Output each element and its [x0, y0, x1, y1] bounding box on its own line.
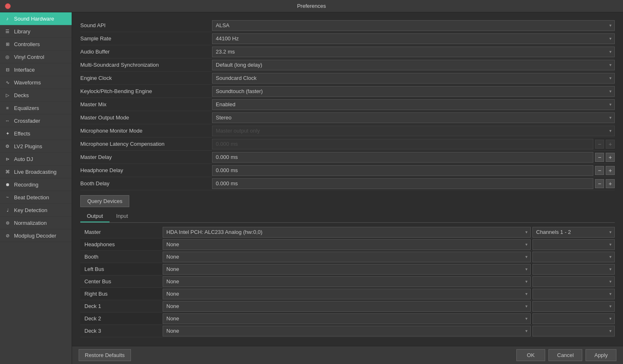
cancel-button[interactable]: Cancel	[548, 349, 582, 361]
setting-control-master-mix: EnabledDisabled	[212, 99, 615, 110]
channel-select-deck3[interactable]	[532, 326, 615, 336]
device-select-right-bus[interactable]: NoneNone	[163, 289, 531, 299]
setting-label-engine-clock: Engine Clock	[80, 72, 212, 84]
tab-input[interactable]: Input	[110, 210, 135, 222]
device-select-deck2[interactable]: NoneNone	[163, 313, 531, 324]
device-label-deck2: Deck 2	[80, 314, 163, 323]
delay-minus-headphone-delay[interactable]: −	[595, 166, 604, 175]
dropdown-sound-api[interactable]: ALSAJACKPulseAudio	[212, 20, 615, 31]
apply-button[interactable]: Apply	[586, 349, 616, 361]
delay-input-booth-delay[interactable]	[212, 178, 593, 189]
dropdown-wrapper-sound-api: ALSAJACKPulseAudio	[212, 20, 615, 31]
sidebar-item-equalizers[interactable]: ≡ Equalizers	[0, 102, 72, 114]
restore-defaults-button[interactable]: Restore Defaults	[79, 349, 131, 361]
dropdown-multi-soundcard-sync[interactable]: Default (long delay)Synclock	[212, 60, 615, 70]
device-select-wrapper-booth: NoneNone	[163, 252, 531, 262]
delay-minus-master-delay[interactable]: −	[595, 153, 604, 162]
window-title: Preferences	[297, 3, 326, 9]
channel-select-booth[interactable]	[532, 252, 615, 262]
device-select-wrapper-deck3: NoneNone	[163, 326, 531, 336]
sidebar-label-equalizers: Equalizers	[14, 105, 39, 111]
channel-select-headphones[interactable]	[532, 239, 615, 250]
device-label-deck3: Deck 3	[80, 326, 163, 336]
dropdown-master-output-mode[interactable]: StereoMono	[212, 112, 615, 123]
sidebar-item-key-detection[interactable]: ♩ Key Detection	[0, 204, 72, 217]
setting-control-microphone-latency: − +	[212, 139, 615, 149]
device-row-right-bus: Right Bus NoneNone	[80, 288, 615, 300]
settings-scroll-area[interactable]: Sound API ALSAJACKPulseAudio Sample Rate…	[72, 12, 623, 346]
setting-row-booth-delay: Booth Delay − +	[80, 177, 615, 190]
dropdown-keylock-engine[interactable]: Soundtouch (faster)Rubberband (better qu…	[212, 86, 615, 97]
setting-label-master-delay: Master Delay	[80, 152, 212, 163]
setting-control-booth-delay: − +	[212, 178, 615, 189]
sidebar-item-effects[interactable]: ✦ Effects	[0, 127, 72, 140]
sidebar-item-beat-detection[interactable]: ~ Beat Detection	[0, 191, 72, 204]
dropdown-sample-rate[interactable]: 44100 Hz48000 Hz96000 Hz	[212, 33, 615, 44]
query-devices-button[interactable]: Query Devices	[80, 195, 129, 207]
device-table: Master HDA Intel PCH: ALC233 Analog (hw:…	[80, 226, 615, 337]
setting-control-audio-buffer: 5.8 ms11.6 ms23.2 ms46.4 ms	[212, 47, 615, 57]
channel-select-left-bus[interactable]	[532, 264, 615, 275]
lv2-plugins-icon: ⚙	[4, 143, 11, 149]
delay-plus-booth-delay[interactable]: +	[606, 179, 615, 188]
delay-input-master-delay[interactable]	[212, 152, 593, 163]
device-label-right-bus: Right Bus	[80, 289, 163, 299]
dropdown-wrapper-master-output-mode: StereoMono	[212, 112, 615, 123]
dropdown-audio-buffer[interactable]: 5.8 ms11.6 ms23.2 ms46.4 ms	[212, 47, 615, 57]
channel-select-right-bus[interactable]	[532, 289, 615, 299]
device-select-deck3[interactable]: NoneNone	[163, 326, 531, 336]
sidebar-label-decks: Decks	[14, 92, 29, 98]
device-select-deck1[interactable]: NoneNone	[163, 301, 531, 312]
sidebar-item-modplug-decoder[interactable]: ⊘ Modplug Decoder	[0, 229, 72, 242]
channel-select-deck2[interactable]	[532, 313, 615, 324]
sidebar-item-decks[interactable]: ▷ Decks	[0, 89, 72, 102]
setting-label-sound-api: Sound API	[80, 20, 212, 31]
sidebar-label-vinyl-control: Vinyl Control	[14, 54, 44, 60]
close-button[interactable]	[5, 3, 11, 9]
sidebar-item-crossfader[interactable]: ↔ Crossfader	[0, 114, 72, 127]
device-row-center-bus: Center Bus NoneNone	[80, 275, 615, 288]
setting-row-sample-rate: Sample Rate 44100 Hz48000 Hz96000 Hz	[80, 32, 615, 45]
recording-icon: ⏺	[4, 181, 11, 188]
auto-dj-icon: ⊳	[4, 156, 11, 162]
sidebar-item-controllers[interactable]: ⊞ Controllers	[0, 38, 72, 51]
sidebar-item-live-broadcasting[interactable]: ⌘ Live Broadcasting	[0, 166, 72, 178]
channel-select-master[interactable]: Channels 1 - 2	[532, 227, 615, 238]
device-select-master[interactable]: HDA Intel PCH: ALC233 Analog (hw:0,0)Non…	[163, 227, 531, 238]
sidebar-item-interface[interactable]: ⊟ Interface	[0, 63, 72, 76]
delay-input-headphone-delay[interactable]	[212, 165, 593, 176]
setting-label-audio-buffer: Audio Buffer	[80, 46, 212, 57]
device-select-center-bus[interactable]: NoneNone	[163, 276, 531, 287]
device-select-booth[interactable]: NoneNone	[163, 252, 531, 262]
ok-button[interactable]: OK	[516, 349, 545, 361]
sidebar-item-library[interactable]: ☰ Library	[0, 25, 72, 38]
sidebar-item-recording[interactable]: ⏺ Recording	[0, 178, 72, 191]
delay-plus-master-delay[interactable]: +	[606, 153, 615, 162]
sidebar-item-auto-dj[interactable]: ⊳ Auto DJ	[0, 153, 72, 166]
setting-row-headphone-delay: Headphone Delay − +	[80, 164, 615, 177]
dropdown-master-mix[interactable]: EnabledDisabled	[212, 99, 615, 110]
sidebar-item-normalization[interactable]: ⊜ Normalization	[0, 217, 72, 229]
delay-plus-headphone-delay[interactable]: +	[606, 166, 615, 175]
dropdown-wrapper-microphone-monitor-mode: Master output only	[212, 126, 615, 136]
device-row-booth: Booth NoneNone	[80, 251, 615, 263]
setting-row-audio-buffer: Audio Buffer 5.8 ms11.6 ms23.2 ms46.4 ms	[80, 45, 615, 58]
channel-select-wrapper-right-bus	[532, 289, 615, 299]
setting-control-microphone-monitor-mode: Master output only	[212, 126, 615, 136]
delay-minus-booth-delay[interactable]: −	[595, 179, 604, 188]
channel-select-center-bus[interactable]	[532, 276, 615, 287]
sidebar-item-sound-hardware[interactable]: ♪ Sound Hardware	[0, 12, 72, 25]
device-select-headphones[interactable]: NoneNone	[163, 239, 531, 250]
tab-output[interactable]: Output	[80, 210, 110, 222]
sidebar-item-waveforms[interactable]: ∿ Waveforms	[0, 76, 72, 89]
dropdown-engine-clock[interactable]: Soundcard ClockNetwork Clock	[212, 73, 615, 84]
sidebar-item-lv2-plugins[interactable]: ⚙ LV2 Plugins	[0, 140, 72, 153]
device-label-headphones: Headphones	[80, 240, 163, 249]
setting-label-master-mix: Master Mix	[80, 99, 212, 110]
sidebar-item-vinyl-control[interactable]: ◎ Vinyl Control	[0, 51, 72, 63]
device-select-left-bus[interactable]: NoneNone	[163, 264, 531, 275]
key-detection-icon: ♩	[4, 207, 11, 213]
channel-select-deck1[interactable]	[532, 301, 615, 312]
channel-select-wrapper-master: Channels 1 - 2	[532, 227, 615, 238]
dialog-buttons: OK Cancel Apply	[516, 349, 616, 361]
